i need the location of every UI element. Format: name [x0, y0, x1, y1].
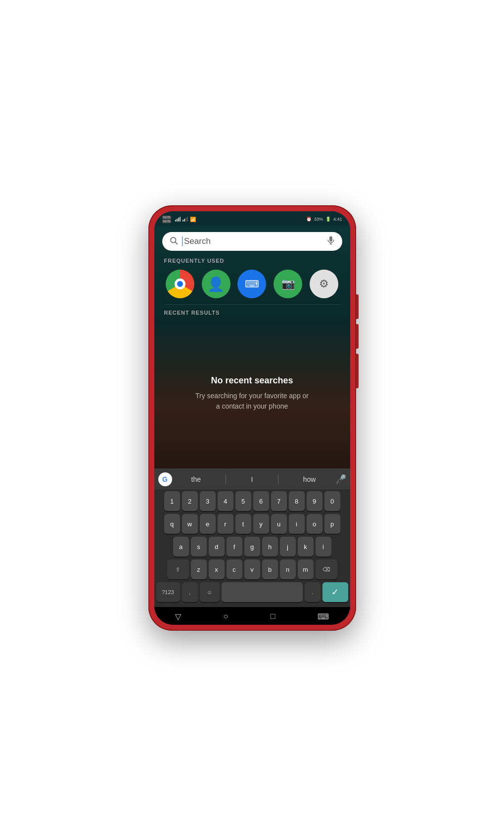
key-v[interactable]: v — [244, 559, 260, 579]
power-button[interactable] — [356, 354, 359, 388]
key-3[interactable]: 3 — [200, 491, 216, 511]
enter-key[interactable]: ✓ — [322, 582, 348, 602]
suggestion-the[interactable]: the — [187, 473, 205, 485]
signal-bar — [175, 220, 176, 222]
signal-bar — [177, 219, 178, 222]
signal-bar — [184, 219, 185, 222]
key-1[interactable]: 1 — [164, 491, 180, 511]
key-h[interactable]: h — [262, 537, 278, 557]
keyboard-icon-sym: ⌨ — [245, 278, 259, 290]
symbols-key[interactable]: ?123 — [156, 582, 180, 602]
keyboard-area: G the I how 🎤 1 2 3 4 5 — [154, 468, 350, 607]
key-b[interactable]: b — [262, 559, 278, 579]
suggestion-divider — [226, 474, 226, 484]
key-a[interactable]: a — [173, 537, 189, 557]
keyboard-app-icon[interactable]: ⌨ — [237, 270, 266, 298]
key-k[interactable]: k — [298, 537, 314, 557]
key-2[interactable]: 2 — [182, 491, 198, 511]
key-u[interactable]: u — [271, 514, 287, 534]
key-i[interactable]: i — [289, 514, 305, 534]
back-nav-icon[interactable]: ▽ — [175, 612, 181, 621]
suggestion-how[interactable]: how — [299, 473, 320, 485]
key-n[interactable]: n — [280, 559, 296, 579]
key-4[interactable]: 4 — [218, 491, 233, 511]
keyboard-nav-icon[interactable]: ⌨ — [318, 612, 329, 621]
person-icon: 👤 — [207, 276, 225, 292]
key-c[interactable]: c — [227, 559, 242, 579]
google-icon[interactable]: G — [158, 472, 172, 486]
chrome-inner — [175, 279, 185, 289]
key-7[interactable]: 7 — [271, 491, 287, 511]
signal-bar — [178, 218, 179, 222]
key-y[interactable]: y — [253, 514, 269, 534]
key-t[interactable]: t — [235, 514, 251, 534]
qwerty-row: q w e r t y u i o p — [156, 514, 348, 534]
key-j[interactable]: j — [280, 537, 296, 557]
volte2-badge: VoLTE — [162, 220, 172, 223]
signal-bars-1 — [175, 217, 181, 222]
status-bar: VoLTE VoLTE 📶 ⏰ 33 — [154, 211, 350, 226]
key-m[interactable]: m — [298, 559, 314, 579]
key-0[interactable]: 0 — [324, 491, 340, 511]
signal-bar — [183, 220, 183, 222]
asdf-row: a s d f g h j k l — [156, 537, 348, 557]
key-5[interactable]: 5 — [235, 491, 251, 511]
phone-frame: VoLTE VoLTE 📶 ⏰ 33 — [148, 205, 356, 631]
key-q[interactable]: q — [164, 514, 180, 534]
suggestion-divider — [278, 474, 278, 484]
key-z[interactable]: z — [191, 559, 207, 579]
chrome-app-icon[interactable] — [166, 270, 194, 298]
home-nav-icon[interactable]: ○ — [224, 612, 229, 621]
backspace-key[interactable]: ⌫ — [316, 559, 337, 579]
comma-key[interactable]: , — [182, 582, 198, 602]
time: 4:41 — [333, 217, 342, 222]
frequently-used-label: FREQUENTLY USED — [154, 255, 350, 268]
mic-icon[interactable] — [326, 236, 335, 247]
key-f[interactable]: f — [227, 537, 242, 557]
no-recent-container: No recent searches Try searching for you… — [154, 319, 350, 468]
svg-line-1 — [175, 242, 177, 244]
key-o[interactable]: o — [307, 514, 322, 534]
wifi-icon: 📶 — [190, 217, 196, 222]
signal-bar — [180, 217, 181, 222]
battery-icon: 🔋 — [325, 217, 331, 222]
key-p[interactable]: p — [324, 514, 340, 534]
volume-up-button[interactable] — [356, 294, 359, 319]
emoji-key[interactable]: ☺ — [200, 582, 220, 602]
alarm-icon: ⏰ — [306, 217, 312, 222]
no-recent-subtitle: Try searching for your favorite app ora … — [195, 391, 309, 412]
key-6[interactable]: 6 — [253, 491, 269, 511]
key-l[interactable]: l — [316, 537, 331, 557]
keyboard-suggestions: G the I how 🎤 — [154, 468, 350, 489]
shift-key[interactable]: ⇧ — [167, 559, 189, 579]
settings-app-icon[interactable]: ⚙ — [310, 270, 338, 298]
suggestion-words: the I how — [177, 473, 330, 485]
key-w[interactable]: w — [182, 514, 198, 534]
key-9[interactable]: 9 — [307, 491, 322, 511]
contacts-app-icon[interactable]: 👤 — [202, 270, 230, 298]
zxcv-row: ⇧ z x c v b n m ⌫ — [156, 559, 348, 579]
camera-app-icon[interactable]: 📷 — [274, 270, 302, 298]
nav-bar: ▽ ○ □ ⌨ — [154, 607, 350, 625]
key-s[interactable]: s — [191, 537, 207, 557]
key-g[interactable]: g — [244, 537, 260, 557]
battery-percent: 33% — [314, 217, 323, 222]
suggestion-i[interactable]: I — [247, 473, 257, 485]
volume-down-button[interactable] — [356, 324, 359, 349]
key-r[interactable]: r — [218, 514, 233, 534]
key-8[interactable]: 8 — [289, 491, 305, 511]
search-input[interactable]: Search — [182, 236, 322, 246]
key-e[interactable]: e — [200, 514, 216, 534]
signal-bar — [187, 217, 188, 222]
search-bar[interactable]: Search — [162, 232, 342, 251]
key-d[interactable]: d — [209, 537, 225, 557]
search-icon — [169, 236, 178, 247]
app-icons-row: 👤 ⌨ 📷 ⚙ — [154, 268, 350, 304]
no-recent-title: No recent searches — [211, 375, 293, 386]
space-key[interactable] — [222, 582, 303, 602]
mic-voice-icon[interactable]: 🎤 — [335, 474, 346, 485]
period-key[interactable]: . — [305, 582, 321, 602]
volte1-badge: VoLTE — [162, 216, 172, 219]
recents-nav-icon[interactable]: □ — [271, 612, 275, 621]
key-x[interactable]: x — [209, 559, 225, 579]
